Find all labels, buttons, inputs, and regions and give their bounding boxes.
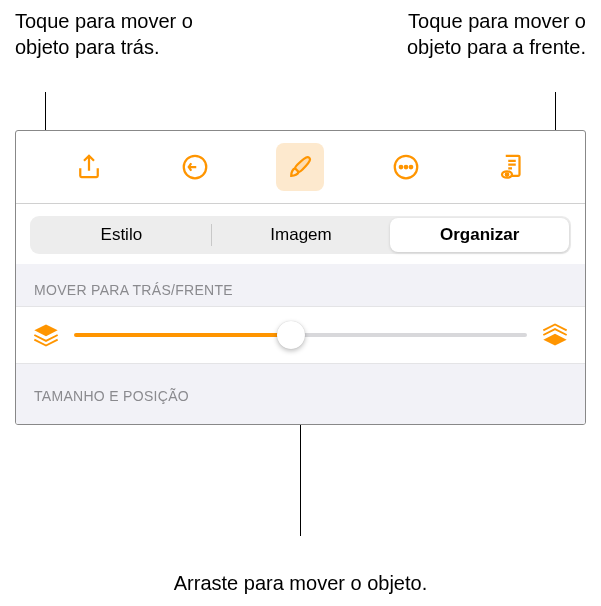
move-front-button[interactable] bbox=[539, 319, 571, 351]
tab-style[interactable]: Estilo bbox=[32, 218, 211, 252]
reader-button[interactable] bbox=[488, 143, 536, 191]
svg-marker-8 bbox=[543, 334, 566, 346]
z-order-row bbox=[16, 306, 585, 364]
paintbrush-icon bbox=[285, 152, 315, 182]
layers-front-icon bbox=[541, 321, 569, 349]
share-button[interactable] bbox=[65, 143, 113, 191]
slider-fill bbox=[74, 333, 291, 337]
svg-point-6 bbox=[506, 173, 509, 176]
more-button[interactable] bbox=[382, 143, 430, 191]
slider-track bbox=[291, 333, 527, 337]
tab-image[interactable]: Imagem bbox=[212, 218, 391, 252]
undo-icon bbox=[180, 152, 210, 182]
format-tabs: Estilo Imagem Organizar bbox=[30, 216, 571, 254]
tab-arrange[interactable]: Organizar bbox=[390, 218, 569, 252]
z-order-slider[interactable] bbox=[74, 321, 527, 349]
section-size-label: TAMANHO E POSIÇÃO bbox=[16, 364, 585, 424]
format-button[interactable] bbox=[276, 143, 324, 191]
svg-marker-7 bbox=[34, 325, 57, 337]
undo-button[interactable] bbox=[171, 143, 219, 191]
section-move-label: MOVER PARA TRÁS/FRENTE bbox=[16, 264, 585, 306]
more-icon bbox=[391, 152, 421, 182]
callout-front: Toque para mover o objeto para a frente. bbox=[386, 8, 586, 60]
callout-drag: Arraste para mover o objeto. bbox=[0, 570, 601, 596]
svg-point-4 bbox=[410, 166, 413, 169]
format-panel: Estilo Imagem Organizar MOVER PARA TRÁS/… bbox=[15, 130, 586, 425]
toolbar bbox=[16, 131, 585, 204]
share-icon bbox=[74, 152, 104, 182]
svg-point-3 bbox=[405, 166, 408, 169]
layers-back-icon bbox=[32, 321, 60, 349]
svg-point-2 bbox=[400, 166, 403, 169]
arrange-panel: MOVER PARA TRÁS/FRENTE bbox=[16, 264, 585, 424]
callout-back: Toque para mover o objeto para trás. bbox=[15, 8, 215, 60]
move-back-button[interactable] bbox=[30, 319, 62, 351]
document-eye-icon bbox=[497, 152, 527, 182]
slider-thumb[interactable] bbox=[277, 321, 305, 349]
